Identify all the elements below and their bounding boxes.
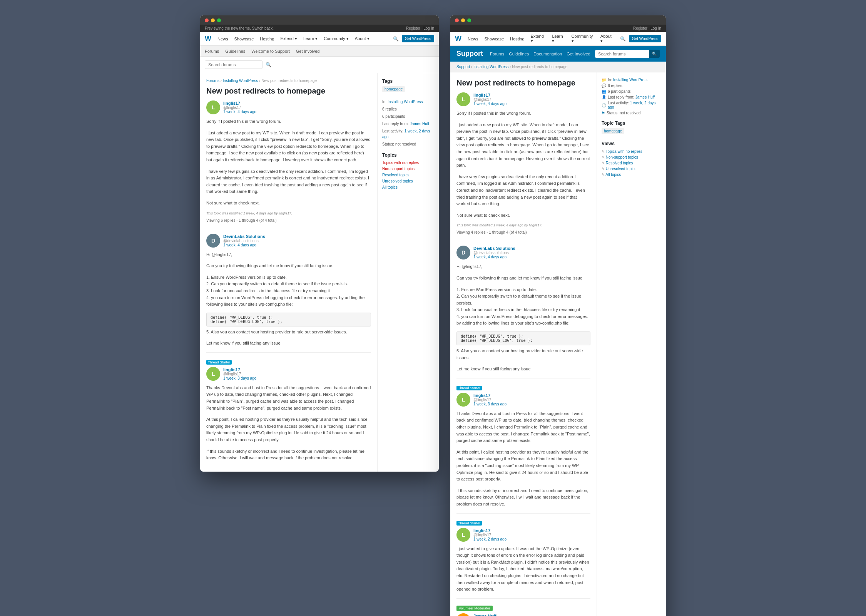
avatar-left: L — [206, 100, 220, 114]
reply-1-body-right: Can you try following things and let me … — [456, 275, 590, 282]
login-link-left[interactable]: Log In — [423, 26, 434, 30]
nav-news-right[interactable]: News — [466, 36, 480, 42]
post-body-3-left: I have very few plugins so deactivated t… — [206, 168, 371, 195]
tag-homepage-right[interactable]: homepage — [602, 128, 624, 134]
breadcrumb-installing-right[interactable]: Installing WordPress — [473, 65, 509, 69]
last-activity-link-left[interactable]: 1 week, 2 days ago — [382, 129, 430, 139]
reply-1-avatar-right: D — [456, 246, 470, 259]
topic-no-replies-left[interactable]: Topics with no replies — [382, 160, 434, 165]
reply-1-steps-left: 1. Ensure WordPress version is up to dat… — [206, 274, 371, 308]
wp-logo-left: W — [205, 35, 211, 43]
meta-items-right: 📁 In: Installing WordPress 💬 6 replies 👥… — [602, 78, 661, 115]
reply-1-handle-left: @devinlabssolutions — [223, 239, 265, 243]
subnav-get-involved-left[interactable]: Get Involved — [296, 49, 320, 54]
get-wordpress-btn-left[interactable]: Get WordPress — [402, 35, 434, 42]
author-handle-left: @linglis17 — [223, 105, 256, 110]
breadcrumb-support-right[interactable]: Support — [456, 65, 470, 69]
search-submit-icon-left[interactable]: 🔍 — [266, 62, 271, 67]
author-info-right: linglis17 @linglis17 1 week, 4 days ago — [473, 93, 507, 106]
register-link-right[interactable]: Register — [633, 26, 647, 30]
view-no-replies-right[interactable]: Topics with no replies — [602, 149, 661, 154]
subnav-guidelines-left[interactable]: Guidelines — [225, 49, 245, 54]
topics-section-left: Topics Topics with no replies Non-suppor… — [382, 152, 434, 190]
dot-green-right[interactable] — [467, 18, 471, 22]
status-item-right: ⚑ Status: not resolved — [602, 111, 661, 115]
view-non-support-right[interactable]: Non-support topics — [602, 154, 661, 160]
reply-2-name-left[interactable]: linglis17 — [223, 367, 256, 372]
last-reply-right: Last reply from: James Huff — [608, 95, 655, 99]
in-link-left[interactable]: Installing WordPress — [388, 100, 423, 104]
last-activity-link-right[interactable]: 1 week, 2 days ago — [608, 101, 656, 109]
nav-community-right[interactable]: Community ▾ — [570, 33, 596, 44]
support-nav-get-involved[interactable]: Get Involved — [567, 52, 590, 56]
view-unresolved-right[interactable]: Unresolved topics — [602, 166, 661, 172]
reply-2-right: Thread Starter L linglis17 @linglis17 1 … — [456, 384, 590, 508]
reply-3-name-right[interactable]: linglis17 — [473, 528, 507, 533]
author-info-left: linglis17 @linglis17 1 week, 4 days ago — [223, 101, 256, 114]
subnav-welcome-left[interactable]: Welcome to Support — [251, 49, 289, 54]
nav-extend-right[interactable]: Extend ▾ — [529, 33, 548, 44]
subnav-forums-left[interactable]: Forums — [205, 49, 219, 54]
nav-news-left[interactable]: News — [216, 36, 230, 42]
nav-about-right[interactable]: About ▾ — [599, 33, 615, 44]
browser-chrome-right — [450, 15, 666, 25]
view-resolved-right[interactable]: Resolved topics — [602, 160, 661, 166]
in-link-right[interactable]: Installing WordPress — [613, 78, 649, 82]
reply-2-body-left: Thanks DevonLabs and Lost in Press for a… — [206, 385, 371, 412]
dot-red-left[interactable] — [205, 18, 209, 22]
dot-green-left[interactable] — [217, 18, 221, 22]
dot-red-right[interactable] — [455, 18, 459, 22]
reply-1-name-right[interactable]: DevinLabs Solutions — [473, 246, 515, 251]
reply-3-time-right: 1 week, 2 days ago — [473, 537, 507, 541]
tag-homepage-left[interactable]: homepage — [382, 86, 405, 92]
nav-hosting-left[interactable]: Hosting — [258, 36, 276, 42]
login-link-right[interactable]: Log In — [650, 26, 661, 30]
dot-yellow-right[interactable] — [461, 18, 465, 22]
view-all-right[interactable]: All topics — [602, 172, 661, 177]
reply-divider-2-left — [206, 352, 371, 353]
author-name-right[interactable]: linglis17 — [473, 93, 507, 97]
last-reply-link-left[interactable]: James Huff — [410, 122, 429, 126]
nav-community-left[interactable]: Community ▾ — [322, 35, 350, 42]
nav-extend-left[interactable]: Extend ▾ — [279, 35, 299, 42]
dot-yellow-left[interactable] — [211, 18, 215, 22]
support-search-input[interactable] — [595, 50, 649, 58]
participants-right: 6 participants — [608, 89, 630, 94]
last-activity-icon-right: 🕐 — [602, 103, 606, 107]
get-wordpress-btn-right[interactable]: Get WordPress — [629, 35, 661, 42]
reply-1-name-left[interactable]: DevinLabs Solutions — [223, 234, 265, 239]
nav-learn-right[interactable]: Learn ▾ — [550, 33, 567, 44]
support-nav-forums[interactable]: Forums — [490, 52, 504, 56]
support-search-button[interactable]: 🔍 — [649, 50, 660, 58]
last-reply-link-right[interactable]: James Huff — [635, 95, 655, 99]
search-input-left[interactable] — [205, 60, 262, 69]
reply-4-name-right[interactable]: James Huff — [473, 614, 507, 616]
search-icon-left[interactable]: 🔍 — [393, 36, 399, 42]
search-icon-right[interactable]: 🔍 — [620, 36, 626, 42]
topic-all-left[interactable]: All topics — [382, 185, 434, 190]
wp-logo-right: W — [455, 35, 461, 43]
support-nav-guidelines[interactable]: Guidelines — [509, 52, 529, 56]
replies-left: 6 replies — [382, 106, 434, 112]
nav-about-left[interactable]: About ▾ — [353, 35, 371, 42]
register-link-left[interactable]: Register — [406, 26, 420, 30]
nav-showcase-left[interactable]: Showcase — [233, 36, 256, 42]
support-nav-docs[interactable]: Documentation — [533, 52, 562, 56]
in-label-right: In: Installing WordPress — [608, 78, 648, 82]
nav-learn-left[interactable]: Learn ▾ — [302, 35, 319, 42]
nav-showcase-right[interactable]: Showcase — [483, 36, 506, 42]
reply-2-name-right[interactable]: linglis17 — [473, 393, 507, 398]
step-2: 2. Can you temporarily switch to a defau… — [206, 281, 371, 288]
topic-non-support-left[interactable]: Non-support topics — [382, 166, 434, 171]
breadcrumb-forums-left[interactable]: Forums — [206, 79, 219, 83]
reply-1-greeting-left: Hi @linglis17, — [206, 251, 371, 258]
author-name-left[interactable]: linglis17 — [223, 101, 256, 105]
topic-resolved-left[interactable]: Resolved topics — [382, 172, 434, 177]
thread-badge-left: Thread Starter — [206, 360, 232, 365]
topic-unresolved-left[interactable]: Unresolved topics — [382, 179, 434, 184]
support-nav: Forums Guidelines Documentation Get Invo… — [490, 50, 660, 58]
breadcrumb-installing-left[interactable]: Installing WordPress — [223, 79, 258, 83]
reply-3-body-right: I just wanted to give an update. It was … — [456, 546, 590, 593]
nav-hosting-right[interactable]: Hosting — [508, 36, 526, 42]
viewing-count-left: Viewing 6 replies - 1 through 4 (of 4 to… — [206, 218, 371, 223]
